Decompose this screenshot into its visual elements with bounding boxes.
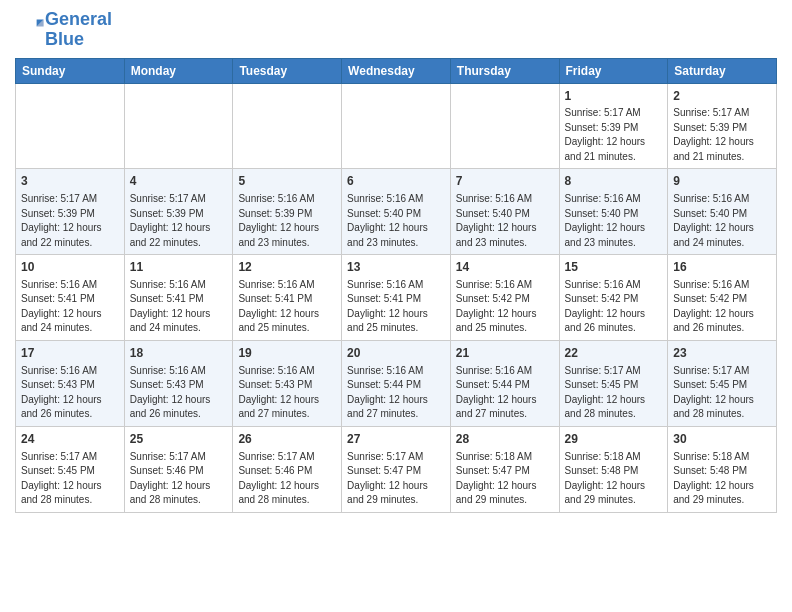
page: General Blue SundayMondayTuesdayWednesda…	[0, 0, 792, 612]
day-number: 27	[347, 431, 445, 448]
day-number: 16	[673, 259, 771, 276]
calendar-cell: 28Sunrise: 5:18 AM Sunset: 5:47 PM Dayli…	[450, 426, 559, 512]
calendar-week-2: 10Sunrise: 5:16 AM Sunset: 5:41 PM Dayli…	[16, 255, 777, 341]
day-info: Sunrise: 5:18 AM Sunset: 5:48 PM Dayligh…	[673, 450, 771, 508]
calendar-cell	[16, 83, 125, 169]
calendar-cell: 29Sunrise: 5:18 AM Sunset: 5:48 PM Dayli…	[559, 426, 668, 512]
weekday-header-friday: Friday	[559, 58, 668, 83]
day-number: 15	[565, 259, 663, 276]
day-info: Sunrise: 5:17 AM Sunset: 5:39 PM Dayligh…	[673, 106, 771, 164]
calendar-cell: 15Sunrise: 5:16 AM Sunset: 5:42 PM Dayli…	[559, 255, 668, 341]
calendar-cell: 8Sunrise: 5:16 AM Sunset: 5:40 PM Daylig…	[559, 169, 668, 255]
calendar-cell	[450, 83, 559, 169]
calendar-cell: 24Sunrise: 5:17 AM Sunset: 5:45 PM Dayli…	[16, 426, 125, 512]
calendar-cell: 23Sunrise: 5:17 AM Sunset: 5:45 PM Dayli…	[668, 340, 777, 426]
day-number: 14	[456, 259, 554, 276]
day-info: Sunrise: 5:16 AM Sunset: 5:43 PM Dayligh…	[238, 364, 336, 422]
day-info: Sunrise: 5:18 AM Sunset: 5:48 PM Dayligh…	[565, 450, 663, 508]
day-number: 12	[238, 259, 336, 276]
calendar-table: SundayMondayTuesdayWednesdayThursdayFrid…	[15, 58, 777, 513]
calendar-cell	[124, 83, 233, 169]
day-info: Sunrise: 5:17 AM Sunset: 5:46 PM Dayligh…	[238, 450, 336, 508]
day-info: Sunrise: 5:18 AM Sunset: 5:47 PM Dayligh…	[456, 450, 554, 508]
day-info: Sunrise: 5:17 AM Sunset: 5:46 PM Dayligh…	[130, 450, 228, 508]
calendar-week-3: 17Sunrise: 5:16 AM Sunset: 5:43 PM Dayli…	[16, 340, 777, 426]
calendar-week-0: 1Sunrise: 5:17 AM Sunset: 5:39 PM Daylig…	[16, 83, 777, 169]
header: General Blue	[15, 10, 777, 50]
day-info: Sunrise: 5:17 AM Sunset: 5:45 PM Dayligh…	[565, 364, 663, 422]
day-info: Sunrise: 5:16 AM Sunset: 5:42 PM Dayligh…	[456, 278, 554, 336]
day-number: 8	[565, 173, 663, 190]
day-number: 6	[347, 173, 445, 190]
day-info: Sunrise: 5:17 AM Sunset: 5:39 PM Dayligh…	[130, 192, 228, 250]
day-number: 4	[130, 173, 228, 190]
logo-icon	[17, 14, 45, 42]
calendar-cell: 30Sunrise: 5:18 AM Sunset: 5:48 PM Dayli…	[668, 426, 777, 512]
day-info: Sunrise: 5:17 AM Sunset: 5:39 PM Dayligh…	[21, 192, 119, 250]
calendar-cell: 22Sunrise: 5:17 AM Sunset: 5:45 PM Dayli…	[559, 340, 668, 426]
day-number: 7	[456, 173, 554, 190]
calendar-header: SundayMondayTuesdayWednesdayThursdayFrid…	[16, 58, 777, 83]
day-number: 26	[238, 431, 336, 448]
calendar-cell: 10Sunrise: 5:16 AM Sunset: 5:41 PM Dayli…	[16, 255, 125, 341]
day-number: 29	[565, 431, 663, 448]
weekday-header-monday: Monday	[124, 58, 233, 83]
day-number: 20	[347, 345, 445, 362]
day-number: 28	[456, 431, 554, 448]
day-info: Sunrise: 5:16 AM Sunset: 5:41 PM Dayligh…	[21, 278, 119, 336]
day-number: 23	[673, 345, 771, 362]
day-info: Sunrise: 5:16 AM Sunset: 5:41 PM Dayligh…	[347, 278, 445, 336]
calendar-cell: 27Sunrise: 5:17 AM Sunset: 5:47 PM Dayli…	[342, 426, 451, 512]
day-number: 18	[130, 345, 228, 362]
weekday-header-tuesday: Tuesday	[233, 58, 342, 83]
day-info: Sunrise: 5:16 AM Sunset: 5:41 PM Dayligh…	[130, 278, 228, 336]
calendar-cell: 3Sunrise: 5:17 AM Sunset: 5:39 PM Daylig…	[16, 169, 125, 255]
calendar-week-1: 3Sunrise: 5:17 AM Sunset: 5:39 PM Daylig…	[16, 169, 777, 255]
calendar-cell: 4Sunrise: 5:17 AM Sunset: 5:39 PM Daylig…	[124, 169, 233, 255]
day-info: Sunrise: 5:16 AM Sunset: 5:44 PM Dayligh…	[347, 364, 445, 422]
day-number: 19	[238, 345, 336, 362]
weekday-header-thursday: Thursday	[450, 58, 559, 83]
day-info: Sunrise: 5:17 AM Sunset: 5:45 PM Dayligh…	[673, 364, 771, 422]
day-info: Sunrise: 5:16 AM Sunset: 5:40 PM Dayligh…	[565, 192, 663, 250]
calendar-cell: 9Sunrise: 5:16 AM Sunset: 5:40 PM Daylig…	[668, 169, 777, 255]
day-info: Sunrise: 5:16 AM Sunset: 5:40 PM Dayligh…	[347, 192, 445, 250]
day-number: 17	[21, 345, 119, 362]
calendar-cell: 12Sunrise: 5:16 AM Sunset: 5:41 PM Dayli…	[233, 255, 342, 341]
day-number: 9	[673, 173, 771, 190]
calendar-cell: 2Sunrise: 5:17 AM Sunset: 5:39 PM Daylig…	[668, 83, 777, 169]
calendar-cell: 1Sunrise: 5:17 AM Sunset: 5:39 PM Daylig…	[559, 83, 668, 169]
day-number: 30	[673, 431, 771, 448]
calendar-cell	[233, 83, 342, 169]
day-number: 3	[21, 173, 119, 190]
day-info: Sunrise: 5:16 AM Sunset: 5:43 PM Dayligh…	[21, 364, 119, 422]
day-info: Sunrise: 5:17 AM Sunset: 5:45 PM Dayligh…	[21, 450, 119, 508]
day-number: 25	[130, 431, 228, 448]
day-number: 11	[130, 259, 228, 276]
weekday-header-wednesday: Wednesday	[342, 58, 451, 83]
calendar-cell: 11Sunrise: 5:16 AM Sunset: 5:41 PM Dayli…	[124, 255, 233, 341]
calendar-cell	[342, 83, 451, 169]
calendar-cell: 14Sunrise: 5:16 AM Sunset: 5:42 PM Dayli…	[450, 255, 559, 341]
calendar-cell: 16Sunrise: 5:16 AM Sunset: 5:42 PM Dayli…	[668, 255, 777, 341]
calendar-cell: 26Sunrise: 5:17 AM Sunset: 5:46 PM Dayli…	[233, 426, 342, 512]
calendar-week-4: 24Sunrise: 5:17 AM Sunset: 5:45 PM Dayli…	[16, 426, 777, 512]
day-info: Sunrise: 5:16 AM Sunset: 5:40 PM Dayligh…	[456, 192, 554, 250]
weekday-header-saturday: Saturday	[668, 58, 777, 83]
day-info: Sunrise: 5:17 AM Sunset: 5:39 PM Dayligh…	[565, 106, 663, 164]
day-info: Sunrise: 5:16 AM Sunset: 5:42 PM Dayligh…	[673, 278, 771, 336]
calendar-cell: 21Sunrise: 5:16 AM Sunset: 5:44 PM Dayli…	[450, 340, 559, 426]
calendar-cell: 18Sunrise: 5:16 AM Sunset: 5:43 PM Dayli…	[124, 340, 233, 426]
day-info: Sunrise: 5:16 AM Sunset: 5:40 PM Dayligh…	[673, 192, 771, 250]
calendar-cell: 20Sunrise: 5:16 AM Sunset: 5:44 PM Dayli…	[342, 340, 451, 426]
day-number: 2	[673, 88, 771, 105]
day-info: Sunrise: 5:17 AM Sunset: 5:47 PM Dayligh…	[347, 450, 445, 508]
calendar-cell: 7Sunrise: 5:16 AM Sunset: 5:40 PM Daylig…	[450, 169, 559, 255]
calendar-body: 1Sunrise: 5:17 AM Sunset: 5:39 PM Daylig…	[16, 83, 777, 512]
day-info: Sunrise: 5:16 AM Sunset: 5:39 PM Dayligh…	[238, 192, 336, 250]
day-number: 5	[238, 173, 336, 190]
day-number: 21	[456, 345, 554, 362]
day-info: Sunrise: 5:16 AM Sunset: 5:42 PM Dayligh…	[565, 278, 663, 336]
logo: General Blue	[15, 10, 112, 50]
day-number: 24	[21, 431, 119, 448]
